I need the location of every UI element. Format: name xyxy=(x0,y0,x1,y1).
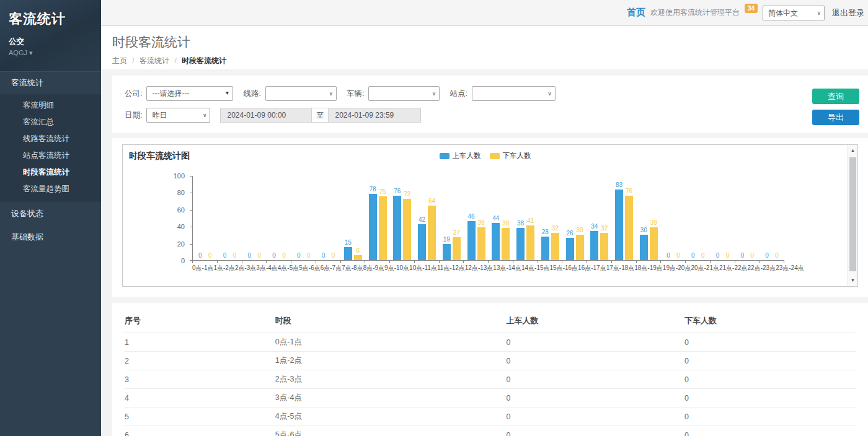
bar-column: 0 xyxy=(738,252,746,260)
bar-column: 0 xyxy=(748,252,756,260)
bar[interactable] xyxy=(640,235,648,260)
notification-badge[interactable]: 34 xyxy=(745,4,758,13)
sidebar-item[interactable]: 客流量趋势图 xyxy=(0,181,101,198)
end-date-input[interactable]: 2024-01-09 23:59 xyxy=(329,108,421,123)
bar-column: 0 xyxy=(763,252,771,260)
col-header-period: 时段 xyxy=(275,312,507,333)
sidebar-item-passenger-stats[interactable]: 客流统计 xyxy=(0,71,101,94)
bar[interactable] xyxy=(403,199,411,260)
bar-value-label: 32 xyxy=(601,225,608,232)
bar[interactable] xyxy=(541,237,549,260)
chart-legend: 上车人数下车人数 xyxy=(123,151,848,160)
bar-column: 0 xyxy=(294,252,303,260)
bar[interactable] xyxy=(354,255,362,260)
sidebar-item[interactable]: 客流汇总 xyxy=(0,114,101,131)
bar[interactable] xyxy=(600,233,608,260)
legend-label: 下车人数 xyxy=(503,151,531,160)
bar-column: 0 xyxy=(206,252,214,260)
scroll-down-icon[interactable]: ▼ xyxy=(848,275,857,285)
table-cell: 6 xyxy=(125,426,275,436)
x-axis-tick xyxy=(489,261,513,263)
x-axis-label: 8点-9点 xyxy=(363,264,384,272)
x-axis-tick xyxy=(735,261,760,263)
breadcrumb-home[interactable]: 主页 xyxy=(112,56,127,65)
x-axis-label: 12点-13点 xyxy=(465,264,494,272)
sidebar-item[interactable]: 客流明细 xyxy=(0,97,101,114)
chart-scrollbar[interactable]: ▲ ▼ xyxy=(848,145,857,286)
bar-column: 34 xyxy=(590,223,598,260)
bar[interactable] xyxy=(502,228,510,260)
scrollbar-thumb[interactable] xyxy=(849,157,856,271)
bar-column: 0 xyxy=(714,252,722,260)
bar-column: 83 xyxy=(615,181,623,260)
bar[interactable] xyxy=(443,244,451,260)
sidebar-item[interactable]: 时段客流统计 xyxy=(0,164,101,181)
bar[interactable] xyxy=(516,228,525,260)
scroll-up-icon[interactable]: ▲ xyxy=(848,145,857,155)
sidebar-item[interactable]: 线路客流统计 xyxy=(0,131,101,147)
bar-value-label: 28 xyxy=(542,229,549,235)
bar[interactable] xyxy=(492,223,500,260)
x-axis-ticks xyxy=(192,261,784,263)
bar[interactable] xyxy=(625,196,633,260)
bar[interactable] xyxy=(526,225,534,260)
table-row: 43点-4点00 xyxy=(125,389,856,408)
bar[interactable] xyxy=(566,238,574,260)
bar-value-label: 0 xyxy=(716,252,720,259)
bar-value-label: 76 xyxy=(626,188,632,194)
table-cell: 0 xyxy=(506,408,684,426)
line-select[interactable] xyxy=(265,86,337,101)
bar[interactable] xyxy=(418,224,426,260)
bar[interactable] xyxy=(576,235,584,260)
org-code-dropdown[interactable]: AQGJ ▾ xyxy=(9,49,92,57)
station-filter: 站点: ∨ xyxy=(450,86,555,101)
x-axis-tick xyxy=(390,261,415,263)
logout-button[interactable]: 退出登录 xyxy=(832,7,864,19)
caret-down-icon: ▾ xyxy=(29,49,33,56)
x-axis-tick xyxy=(464,261,489,263)
bar[interactable] xyxy=(428,206,436,260)
sidebar-item-basic-data[interactable]: 基础数据 xyxy=(0,225,101,249)
table-row: 10点-1点00 xyxy=(125,333,856,352)
table-cell: 2点-3点 xyxy=(275,370,507,389)
bar[interactable] xyxy=(369,194,377,260)
export-button[interactable]: 导出 xyxy=(812,110,859,125)
legend-item[interactable]: 下车人数 xyxy=(490,151,531,160)
bar[interactable] xyxy=(477,227,485,260)
bar[interactable] xyxy=(551,233,559,260)
bar[interactable] xyxy=(379,196,387,260)
vehicle-select[interactable] xyxy=(368,86,440,101)
table-cell: 1 xyxy=(125,333,275,352)
bar-value-label: 6 xyxy=(356,247,360,254)
date-type-select[interactable]: 昨日 xyxy=(146,108,210,123)
bar-value-label: 0 xyxy=(258,252,262,259)
x-axis-label: 0点-1点 xyxy=(192,264,213,272)
start-date-input[interactable]: 2024-01-09 00:00 xyxy=(220,108,311,123)
station-select-wrap: ∨ xyxy=(472,86,556,101)
search-button[interactable]: 查询 xyxy=(812,89,859,104)
line-filter: 线路: ∨ xyxy=(243,86,336,101)
language-select[interactable]: 简体中文 xyxy=(763,6,825,20)
legend-item[interactable]: 上车人数 xyxy=(440,151,481,160)
bar[interactable] xyxy=(590,231,598,260)
bar-column: 0 xyxy=(665,252,673,260)
bar-value-label: 0 xyxy=(666,252,670,259)
station-select[interactable] xyxy=(472,86,556,101)
company-filter: 公司: ---请选择--- ▼ xyxy=(125,86,233,101)
home-link[interactable]: 首页 xyxy=(627,7,645,19)
bar[interactable] xyxy=(453,237,461,260)
bar[interactable] xyxy=(615,190,623,260)
bar[interactable] xyxy=(650,227,658,260)
sidebar-item[interactable]: 站点客流统计 xyxy=(0,147,101,164)
bar[interactable] xyxy=(344,247,352,260)
table-cell: 3 xyxy=(125,370,275,389)
company-select[interactable]: ---请选择--- xyxy=(146,86,233,101)
bar-column: 27 xyxy=(453,229,461,260)
sidebar-item-device-status[interactable]: 设备状态 xyxy=(0,202,101,225)
bar-value-label: 0 xyxy=(297,252,301,259)
bar[interactable] xyxy=(467,221,476,260)
bar[interactable] xyxy=(393,196,401,260)
breadcrumb-passenger-stats[interactable]: 客流统计 xyxy=(140,56,169,65)
bar-column: 30 xyxy=(640,227,648,260)
table-cell: 4点-5点 xyxy=(275,408,507,426)
